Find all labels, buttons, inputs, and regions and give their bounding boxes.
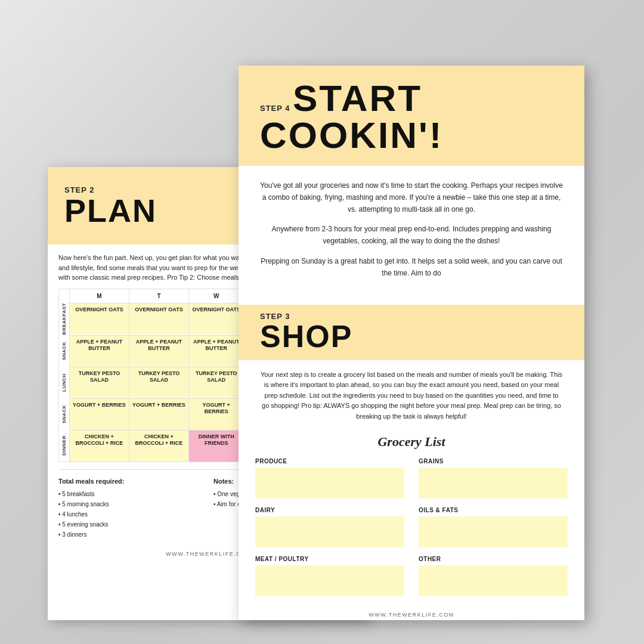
table-cell: OVERNIGHT OATS [129,303,189,335]
scene: STEP 2 PLAN Now here's the fun part. Nex… [48,36,596,608]
oils-label: OILS & FATS [419,507,568,513]
row-label-snack2: SNACK [59,398,70,430]
step4-label: STEP 4 [260,104,290,113]
table-cell: APPLE + PEANUT BUTTER [189,335,244,367]
step3-para: Your next step is to create a grocery li… [260,370,563,422]
front-card-website: WWW.THEWERKLIFE.COM [239,606,584,620]
step4-header: STEP 4 START COOKIN'! [239,66,584,166]
table-cell: APPLE + PEANUT BUTTER [70,335,129,367]
step4-para1: You've got all your groceries and now it… [260,180,563,215]
produce-box [255,467,404,499]
step3-title: SHOP [260,321,563,352]
table-cell: OVERNIGHT OATS [70,303,129,335]
col-wed: W [189,289,244,303]
table-cell: APPLE + PEANUT BUTTER [129,335,189,367]
row-label-lunch: LUNCH [59,367,70,398]
step4-title: START COOKIN'! [260,78,443,156]
step4-para3: Prepping on Sunday is a great habit to g… [260,256,563,280]
oils-box [419,516,568,547]
row-label-dinner: DINNER [59,430,70,462]
grocery-list-title: Grocery List [239,434,584,450]
table-cell: CHICKEN + BROCCOLI + RICE [70,430,129,462]
step3-section: STEP 3 SHOP Your next step is to create … [239,305,584,620]
dairy-box [255,516,404,547]
meat-label: MEAT / POULTRY [255,556,404,562]
grocery-grid: PRODUCE GRAINS DAIRY OILS & FATS MEAT / … [239,458,584,606]
totals-label: Total meals required: [58,476,204,487]
step4-para2: Anywhere from 2-3 hours for your meal pr… [260,224,563,247]
grocery-dairy: DAIRY [255,507,404,547]
table-cell: OVERNIGHT OATS [189,303,244,335]
table-cell: YOGURT + BERRIES [129,398,189,430]
grocery-grains: GRAINS [419,458,568,499]
grains-box [419,467,568,499]
table-cell: CHICKEN + BROCCOLI + RICE [129,430,189,462]
produce-label: PRODUCE [255,458,404,465]
table-cell: DINNER WITH FRIENDS [189,430,244,462]
table-cell: YOGURT + BERRIES [189,398,244,430]
grocery-meat: MEAT / POULTRY [255,556,404,596]
grocery-produce: PRODUCE [255,458,404,499]
grocery-other: OTHER [419,556,568,596]
col-tue: T [129,289,189,303]
grains-label: GRAINS [419,458,568,465]
table-cell: TURKEY PESTO SALAD [129,367,189,398]
col-mon: M [70,289,129,303]
grocery-oils: OILS & FATS [419,507,568,547]
step4-body: You've got all your groceries and now it… [239,166,584,302]
row-label-breakfast: BREAKFAST [59,303,70,335]
totals-list: • 5 breakfasts • 5 morning snacks • 4 lu… [58,491,109,538]
meat-box [255,565,404,596]
table-cell: YOGURT + BERRIES [70,398,129,430]
card-front: STEP 4 START COOKIN'! You've got all you… [239,66,584,620]
step3-body: Your next step is to create a grocery li… [239,360,584,428]
table-cell: TURKEY PESTO SALAD [189,367,244,398]
other-box [419,565,568,596]
other-label: OTHER [419,556,568,562]
row-label-snack1: SNACK [59,335,70,367]
table-corner [59,289,70,303]
step3-header: STEP 3 SHOP [239,305,584,360]
dairy-label: DAIRY [255,507,404,513]
table-cell: TURKEY PESTO SALAD [70,367,129,398]
totals-left: Total meals required: • 5 breakfasts • 5… [58,476,204,540]
